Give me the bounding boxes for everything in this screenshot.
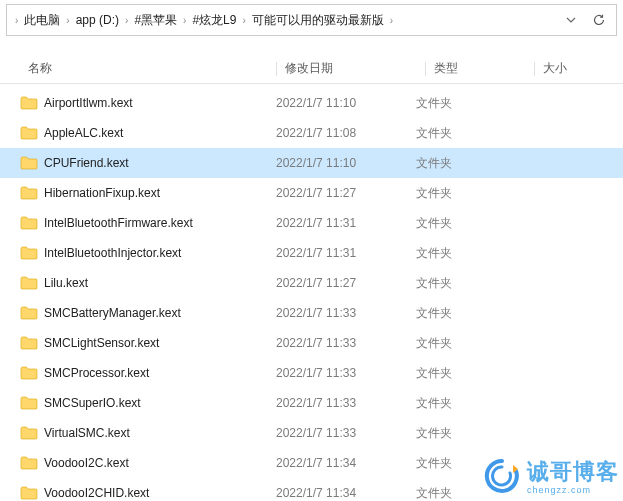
table-row[interactable]: VoodooI2C.kext2022/1/7 11:34文件夹	[0, 448, 623, 478]
file-type-cell: 文件夹	[416, 335, 516, 352]
column-separator[interactable]	[534, 62, 535, 76]
breadcrumb-item[interactable]: 此电脑	[22, 10, 62, 31]
file-type-cell: 文件夹	[416, 95, 516, 112]
table-row[interactable]: VirtualSMC.kext2022/1/7 11:33文件夹	[0, 418, 623, 448]
table-row[interactable]: SMCLightSensor.kext2022/1/7 11:33文件夹	[0, 328, 623, 358]
file-name-label: AppleALC.kext	[44, 126, 123, 140]
file-type-cell: 文件夹	[416, 125, 516, 142]
file-date-cell: 2022/1/7 11:33	[276, 336, 416, 350]
breadcrumb-item[interactable]: #炫龙L9	[190, 10, 238, 31]
folder-icon	[20, 216, 38, 230]
file-date-cell: 2022/1/7 11:08	[276, 126, 416, 140]
file-type-cell: 文件夹	[416, 215, 516, 232]
folder-icon	[20, 396, 38, 410]
file-date-cell: 2022/1/7 11:33	[276, 306, 416, 320]
chevron-right-icon: ›	[179, 15, 190, 26]
column-separator[interactable]	[276, 62, 277, 76]
file-date-cell: 2022/1/7 11:27	[276, 276, 416, 290]
folder-icon	[20, 96, 38, 110]
file-type-cell: 文件夹	[416, 305, 516, 322]
file-name-label: VirtualSMC.kext	[44, 426, 130, 440]
column-header-type[interactable]: 类型	[434, 60, 534, 77]
file-name-cell[interactable]: VirtualSMC.kext	[20, 426, 276, 440]
file-type-cell: 文件夹	[416, 185, 516, 202]
table-row[interactable]: CPUFriend.kext2022/1/7 11:10文件夹	[0, 148, 623, 178]
folder-icon	[20, 246, 38, 260]
file-name-label: HibernationFixup.kext	[44, 186, 160, 200]
table-row[interactable]: SMCProcessor.kext2022/1/7 11:33文件夹	[0, 358, 623, 388]
file-name-cell[interactable]: IntelBluetoothFirmware.kext	[20, 216, 276, 230]
table-row[interactable]: VoodooI2CHID.kext2022/1/7 11:34文件夹	[0, 478, 623, 501]
file-name-label: SMCBatteryManager.kext	[44, 306, 181, 320]
file-name-cell[interactable]: SMCProcessor.kext	[20, 366, 276, 380]
folder-icon	[20, 306, 38, 320]
folder-icon	[20, 426, 38, 440]
chevron-right-icon: ›	[238, 15, 249, 26]
file-name-label: SMCProcessor.kext	[44, 366, 149, 380]
chevron-right-icon: ›	[62, 15, 73, 26]
table-row[interactable]: HibernationFixup.kext2022/1/7 11:27文件夹	[0, 178, 623, 208]
file-date-cell: 2022/1/7 11:33	[276, 396, 416, 410]
file-type-cell: 文件夹	[416, 365, 516, 382]
file-type-cell: 文件夹	[416, 485, 516, 502]
file-name-cell[interactable]: IntelBluetoothInjector.kext	[20, 246, 276, 260]
table-row[interactable]: SMCBatteryManager.kext2022/1/7 11:33文件夹	[0, 298, 623, 328]
refresh-button[interactable]	[592, 13, 606, 27]
breadcrumb[interactable]: › 此电脑 › app (D:) › #黑苹果 › #炫龙L9 › 可能可以用的…	[11, 10, 566, 31]
folder-icon	[20, 486, 38, 500]
file-name-cell[interactable]: SMCBatteryManager.kext	[20, 306, 276, 320]
file-date-cell: 2022/1/7 11:31	[276, 216, 416, 230]
file-name-cell[interactable]: HibernationFixup.kext	[20, 186, 276, 200]
file-name-cell[interactable]: SMCSuperIO.kext	[20, 396, 276, 410]
file-date-cell: 2022/1/7 11:34	[276, 456, 416, 470]
file-name-cell[interactable]: AirportItlwm.kext	[20, 96, 276, 110]
file-name-label: Lilu.kext	[44, 276, 88, 290]
folder-icon	[20, 456, 38, 470]
breadcrumb-item[interactable]: 可能可以用的驱动最新版	[250, 10, 386, 31]
column-headers[interactable]: 名称 修改日期 类型 大小	[0, 54, 623, 84]
file-date-cell: 2022/1/7 11:10	[276, 156, 416, 170]
folder-icon	[20, 126, 38, 140]
table-row[interactable]: AirportItlwm.kext2022/1/7 11:10文件夹	[0, 88, 623, 118]
column-header-size[interactable]: 大小	[543, 60, 623, 77]
file-date-cell: 2022/1/7 11:10	[276, 96, 416, 110]
breadcrumb-item[interactable]: #黑苹果	[132, 10, 179, 31]
chevron-right-icon: ›	[386, 15, 397, 26]
file-date-cell: 2022/1/7 11:31	[276, 246, 416, 260]
table-row[interactable]: Lilu.kext2022/1/7 11:27文件夹	[0, 268, 623, 298]
file-name-cell[interactable]: SMCLightSensor.kext	[20, 336, 276, 350]
file-date-cell: 2022/1/7 11:33	[276, 426, 416, 440]
folder-icon	[20, 156, 38, 170]
file-name-cell[interactable]: Lilu.kext	[20, 276, 276, 290]
table-row[interactable]: IntelBluetoothInjector.kext2022/1/7 11:3…	[0, 238, 623, 268]
file-name-label: SMCSuperIO.kext	[44, 396, 141, 410]
file-date-cell: 2022/1/7 11:27	[276, 186, 416, 200]
file-list[interactable]: AirportItlwm.kext2022/1/7 11:10文件夹AppleA…	[0, 84, 623, 501]
chevron-right-icon: ›	[11, 15, 22, 26]
address-bar[interactable]: › 此电脑 › app (D:) › #黑苹果 › #炫龙L9 › 可能可以用的…	[6, 4, 617, 36]
column-header-name[interactable]: 名称	[0, 60, 276, 77]
file-name-label: IntelBluetoothFirmware.kext	[44, 216, 193, 230]
file-type-cell: 文件夹	[416, 155, 516, 172]
folder-icon	[20, 186, 38, 200]
file-name-cell[interactable]: AppleALC.kext	[20, 126, 276, 140]
column-header-date[interactable]: 修改日期	[285, 60, 425, 77]
file-name-label: AirportItlwm.kext	[44, 96, 133, 110]
file-name-cell[interactable]: VoodooI2C.kext	[20, 456, 276, 470]
table-row[interactable]: AppleALC.kext2022/1/7 11:08文件夹	[0, 118, 623, 148]
chevron-right-icon: ›	[121, 15, 132, 26]
history-dropdown-button[interactable]	[566, 15, 576, 25]
file-name-cell[interactable]: VoodooI2CHID.kext	[20, 486, 276, 500]
column-separator[interactable]	[425, 62, 426, 76]
file-name-cell[interactable]: CPUFriend.kext	[20, 156, 276, 170]
table-row[interactable]: SMCSuperIO.kext2022/1/7 11:33文件夹	[0, 388, 623, 418]
file-type-cell: 文件夹	[416, 425, 516, 442]
file-date-cell: 2022/1/7 11:33	[276, 366, 416, 380]
file-type-cell: 文件夹	[416, 395, 516, 412]
table-row[interactable]: IntelBluetoothFirmware.kext2022/1/7 11:3…	[0, 208, 623, 238]
folder-icon	[20, 366, 38, 380]
folder-icon	[20, 336, 38, 350]
file-date-cell: 2022/1/7 11:34	[276, 486, 416, 500]
file-type-cell: 文件夹	[416, 245, 516, 262]
breadcrumb-item[interactable]: app (D:)	[74, 11, 121, 29]
